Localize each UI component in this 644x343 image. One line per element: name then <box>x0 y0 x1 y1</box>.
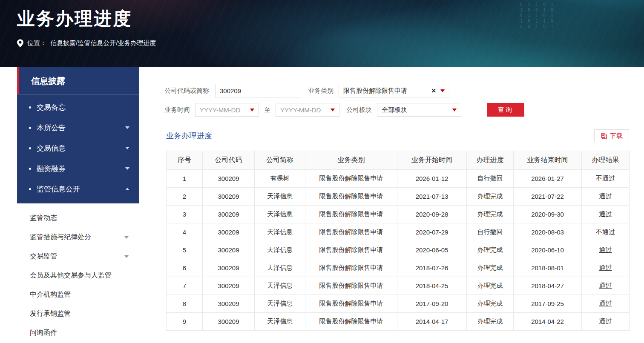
cell-name: 天泽信息 <box>255 313 305 331</box>
cell-name: 天泽信息 <box>255 206 305 223</box>
result-link[interactable]: 通过 <box>599 246 612 253</box>
cell-code: 300209 <box>203 277 255 295</box>
cell-end: 2020-06-10 <box>514 241 582 259</box>
cell-type: 限售股份解除限售申请 <box>305 223 397 241</box>
chevron-down-icon <box>250 109 254 111</box>
download-label: 下载 <box>610 132 623 140</box>
cell-result: 通过 <box>582 313 630 331</box>
chevron-down-icon <box>125 147 129 149</box>
download-icon <box>601 133 607 139</box>
board-label: 公司板块 <box>346 106 372 114</box>
submenu-item-label: 监管动态 <box>30 214 57 223</box>
cell-end: 2017-09-25 <box>514 295 582 313</box>
sidebar-item-margin-trading[interactable]: 融资融券 <box>17 158 139 179</box>
business-type-value: 限售股份解除限售申请 <box>343 87 428 95</box>
cell-end: 2020-09-30 <box>514 206 582 223</box>
result-link[interactable]: 通过 <box>599 210 612 217</box>
cell-start: 2020-09-28 <box>397 206 467 223</box>
date-from-picker[interactable]: YYYY-MM-DD <box>195 103 259 117</box>
cell-seq: 5 <box>167 241 203 259</box>
cell-seq: 3 <box>167 206 203 223</box>
cell-name: 天泽信息 <box>255 188 305 206</box>
table-row: 4300209天泽信息限售股份解除限售申请2020-07-29自行撤回2020-… <box>167 223 630 241</box>
submenu-item-measures-discipline[interactable]: 监管措施与纪律处分 <box>17 228 139 247</box>
sidebar-item-trade-memo[interactable]: 交易备忘 <box>17 97 139 117</box>
cell-progress: 办理完成 <box>467 259 514 277</box>
cell-progress: 办理完成 <box>467 295 514 313</box>
date-from-placeholder: YYYY-MM-DD <box>200 106 250 114</box>
cell-result: 通过 <box>582 259 630 277</box>
cell-end: 2021-07-22 <box>514 188 582 206</box>
company-code-input[interactable] <box>220 87 296 94</box>
submenu-item-inquiry-letters[interactable]: 问询函件 <box>17 323 139 343</box>
result-link[interactable]: 通过 <box>599 300 612 307</box>
submenu-item-label: 会员及其他交易参与人监管 <box>30 271 112 280</box>
chevron-down-icon <box>124 236 129 239</box>
sidebar-item-trading-info[interactable]: 交易信息 <box>17 138 139 158</box>
filter-row-2: 业务时间 YYYY-MM-DD 至 YYYY-MM-DD 公司板块 全部板块 查… <box>164 103 524 117</box>
cell-start: 2018-07-26 <box>397 259 467 277</box>
result-link[interactable]: 通过 <box>599 282 612 289</box>
submenu-item-underwriting-supervision[interactable]: 发行承销监管 <box>17 304 139 323</box>
submenu-item-intermediary-supervision[interactable]: 中介机构监管 <box>17 285 139 304</box>
submenu-item-label: 中介机构监管 <box>30 290 71 299</box>
download-button[interactable]: 下载 <box>594 129 629 142</box>
sidebar-item-label: 融资融券 <box>37 164 66 174</box>
business-type-dropdown[interactable]: 限售股份解除限售申请 ✕ <box>339 84 449 97</box>
business-type-label: 业务类别 <box>308 87 334 95</box>
cell-progress: 自行撤回 <box>467 223 514 241</box>
chevron-down-icon <box>124 255 129 258</box>
cell-start: 2020-06-05 <box>397 241 467 259</box>
cell-code: 300209 <box>203 223 255 241</box>
cell-seq: 8 <box>167 295 203 313</box>
cell-type: 限售股份解除限售申请 <box>305 277 397 295</box>
header-company-code: 公司代码 <box>203 151 255 170</box>
board-dropdown[interactable]: 全部板块 <box>377 103 461 117</box>
table-row: 6300209天泽信息限售股份解除限售申请2018-07-26办理完成2018-… <box>167 259 630 277</box>
submenu-item-trading-supervision[interactable]: 交易监管 <box>17 247 139 266</box>
result-link[interactable]: 通过 <box>599 317 612 325</box>
progress-table: 序号 公司代码 公司简称 业务类别 业务开始时间 办理进度 业务结束时间 办理结… <box>166 151 630 331</box>
bullet-icon <box>29 127 31 129</box>
result-link[interactable]: 通过 <box>599 192 612 200</box>
cell-type: 限售股份解除限售申请 <box>305 259 397 277</box>
cell-start: 2017-09-20 <box>397 295 467 313</box>
header-end-time: 业务结束时间 <box>514 151 582 170</box>
submenu-item-members-supervision[interactable]: 会员及其他交易参与人监管 <box>17 266 139 285</box>
cell-name: 天泽信息 <box>255 241 305 259</box>
cell-progress: 自行撤回 <box>467 170 514 188</box>
table-body: 1300209有棵树限售股份解除限售申请2026-01-12自行撤回2026-0… <box>167 170 630 331</box>
company-code-field-wrap <box>215 84 301 97</box>
query-button[interactable]: 查询 <box>487 103 524 117</box>
table-header-row: 序号 公司代码 公司简称 业务类别 业务开始时间 办理进度 业务结束时间 办理结… <box>167 151 630 170</box>
result-link[interactable]: 通过 <box>599 264 612 271</box>
sidebar-item-label: 本所公告 <box>37 123 66 133</box>
date-range-to-label: 至 <box>264 106 270 114</box>
cell-result: 不通过 <box>582 223 630 241</box>
page: 0 1 1 0 1 1 0 0 1 0 0 1 1 0 1 1 0 1 1 0 … <box>0 0 644 343</box>
cell-type: 限售股份解除限售申请 <box>305 313 397 331</box>
clear-selection-icon[interactable]: ✕ <box>431 88 436 94</box>
submenu-item-regulatory-news[interactable]: 监管动态 <box>17 209 139 228</box>
cell-type: 限售股份解除限售申请 <box>305 170 397 188</box>
submenu-item-label: 交易监管 <box>30 252 57 261</box>
cell-end: 2020-08-03 <box>514 223 582 241</box>
breadcrumb: 位置： 信息披露/监管信息公开/业务办理进度 <box>17 39 156 47</box>
header-business-type: 业务类别 <box>305 151 397 170</box>
header-company-name: 公司简称 <box>255 151 305 170</box>
cell-type: 限售股份解除限售申请 <box>305 295 397 313</box>
date-to-picker[interactable]: YYYY-MM-DD <box>276 103 339 117</box>
section-title: 业务办理进度 <box>166 131 212 141</box>
submenu-item-label: 问询函件 <box>30 329 57 337</box>
cell-name: 有棵树 <box>255 170 305 188</box>
table-row: 1300209有棵树限售股份解除限售申请2026-01-12自行撤回2026-0… <box>167 170 630 188</box>
banner: 0 1 1 0 1 1 0 0 1 0 0 1 1 0 1 1 0 1 1 0 … <box>0 0 644 67</box>
cell-code: 300209 <box>203 295 255 313</box>
sidebar-item-announcements[interactable]: 本所公告 <box>17 117 139 138</box>
page-title: 业务办理进度 <box>17 7 132 31</box>
sidebar-item-regulatory-disclosure[interactable]: 监管信息公开 <box>17 179 139 199</box>
chevron-up-icon <box>125 188 129 190</box>
cell-result: 通过 <box>582 277 630 295</box>
cell-end: 2026-01-27 <box>514 170 582 188</box>
cell-end: 2018-08-01 <box>514 259 582 277</box>
